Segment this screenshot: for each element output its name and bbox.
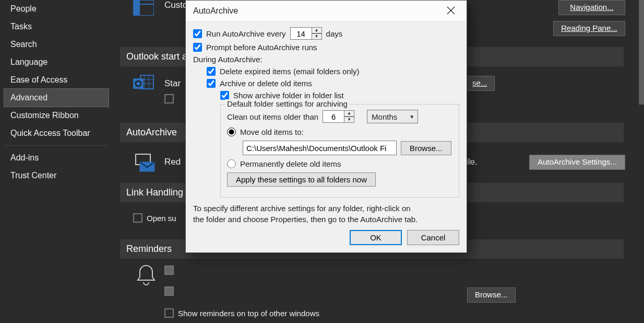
clean-out-spin-down[interactable]: ▼ [344,117,354,123]
prompt-before-checkbox[interactable] [193,43,202,52]
reading-pane-button[interactable]: Reading Pane... [553,21,625,36]
sidebar-item-add-ins[interactable]: Add-ins [4,149,109,167]
sidebar-item-language[interactable]: Language [4,53,109,71]
svg-rect-8 [133,78,144,89]
clean-out-label: Clean out items older than [227,112,318,121]
archive-path-input[interactable] [243,141,397,155]
reminders-checkbox-1[interactable] [164,266,174,275]
close-icon [447,6,455,16]
show-archive-folder-label: Show archive folder in folder list [233,91,344,100]
autoarchive-dialog: AutoArchive Run AutoArchive every ▲ ▼ d [185,0,467,253]
during-autoarchive-label: During AutoArchive: [193,55,263,64]
delete-expired-checkbox[interactable] [207,67,216,76]
autoarchive-settings-button[interactable]: AutoArchive Settings... [529,155,625,170]
show-archive-folder-checkbox[interactable] [220,91,229,100]
run-autoarchive-checkbox[interactable] [193,29,202,38]
days-label: days [326,29,343,38]
startup-label-fragment: Star [164,78,181,89]
chevron-down-icon: ▼ [409,114,414,120]
sidebar-item-tasks[interactable]: Tasks [4,18,109,36]
reminders-checkbox-2[interactable] [164,286,174,296]
cancel-button[interactable]: Cancel [407,230,459,245]
archive-icon [133,152,157,174]
permanently-delete-label: Permanently delete old items [240,159,341,168]
clean-out-value-input[interactable] [323,110,344,123]
panes-icon [133,0,154,17]
open-supported-label-fragment: Open su [147,214,176,223]
clean-out-unit-value: Months [372,112,397,121]
default-folder-fieldset: Default folder settings for archiving Cl… [220,104,459,198]
apply-all-folders-button[interactable]: Apply these settings to all folders now [227,172,376,187]
archive-delete-checkbox[interactable] [207,79,216,88]
autoarchive-label-fragment-right: ile. [466,157,478,167]
svg-rect-1 [133,0,140,16]
browse-button[interactable]: Browse... [401,141,451,155]
show-reminders-top-label: Show reminders on top of other windows [178,309,319,318]
help-text: To specify different archive settings fo… [193,203,459,225]
navigation-button[interactable]: Navigation... [558,0,625,15]
days-spin-down[interactable]: ▼ [312,33,322,40]
clean-out-spin-up[interactable]: ▲ [344,110,354,117]
fieldset-legend: Default folder settings for archiving [225,99,350,108]
sidebar-item-people[interactable]: People [4,0,109,18]
open-supported-checkbox[interactable]: Open su [133,213,176,223]
clean-out-unit-combobox[interactable]: Months ▼ [367,110,418,123]
run-every-days-input[interactable] [290,27,312,40]
outlook-icon [133,73,157,96]
delete-expired-label: Delete expired items (email folders only… [220,67,360,76]
move-old-items-radio[interactable] [227,128,236,136]
sidebar-item-search[interactable]: Search [4,36,109,53]
sidebar-item-trust-center[interactable]: Trust Center [4,167,109,184]
reminders-browse-button[interactable]: Browse... [467,287,516,303]
dialog-title: AutoArchive [193,6,238,16]
close-button[interactable] [439,1,462,21]
permanently-delete-radio[interactable] [227,159,236,168]
dialog-titlebar: AutoArchive [186,1,467,21]
sidebar-item-quick-access-toolbar[interactable]: Quick Access Toolbar [4,124,109,142]
autoarchive-label-fragment-left: Red [164,157,181,167]
sidebar-item-advanced[interactable]: Advanced [4,89,109,107]
days-spin-up[interactable]: ▲ [312,27,322,33]
sidebar-item-customize-ribbon[interactable]: Customize Ribbon [4,107,109,124]
run-autoarchive-label: Run AutoArchive every [206,29,286,38]
help-line-1: To specify different archive settings fo… [193,204,411,213]
show-reminders-top-checkbox[interactable]: Show reminders on top of other windows [164,308,319,318]
startup-browse-button-fragment[interactable]: se... [464,76,495,91]
bell-icon [136,263,157,289]
help-line-2: the folder and choose Properties, then g… [193,215,418,224]
sidebar-item-ease-of-access[interactable]: Ease of Access [4,71,109,89]
sidebar-divider [4,145,109,146]
ok-button[interactable]: OK [350,230,402,245]
archive-delete-label: Archive or delete old items [220,79,312,88]
prompt-before-label: Prompt before AutoArchive runs [206,43,317,52]
startup-checkbox-obscured[interactable] [164,94,174,103]
move-old-items-label: Move old items to: [240,128,304,136]
vertical-scrollbar[interactable] [639,0,644,105]
